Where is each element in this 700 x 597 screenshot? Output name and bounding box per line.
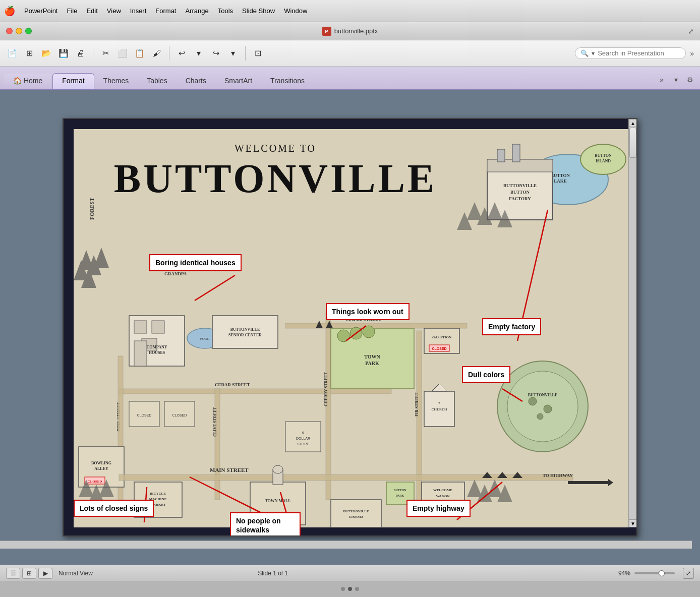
search-input[interactable] bbox=[598, 49, 678, 57]
menu-tools[interactable]: Tools bbox=[214, 6, 237, 16]
tab-themes[interactable]: Themes bbox=[94, 74, 138, 89]
app-icon: P bbox=[322, 27, 331, 36]
svg-text:BUTTONVILLE: BUTTONVILLE bbox=[343, 509, 369, 513]
scroll-down-arrow[interactable]: ▼ bbox=[629, 519, 637, 527]
apple-menu[interactable]: 🍎 bbox=[4, 6, 15, 17]
format-painter-button[interactable]: 🖌 bbox=[149, 45, 165, 62]
tab-tables[interactable]: Tables bbox=[138, 74, 176, 89]
normal-view-button[interactable]: ☰ bbox=[6, 568, 20, 579]
callout-empty-factory[interactable]: Empty factory bbox=[482, 318, 541, 335]
callout-closed-text: Lots of closed signs bbox=[80, 504, 148, 512]
ribbon-settings-button[interactable]: ⚙ bbox=[684, 74, 696, 86]
menu-window[interactable]: Window bbox=[280, 6, 311, 16]
tab-tables-label: Tables bbox=[147, 77, 167, 85]
layout-button[interactable]: ⊡ bbox=[250, 45, 266, 62]
copy-button[interactable]: ⬜ bbox=[114, 45, 131, 62]
zoom-slider[interactable] bbox=[634, 572, 675, 574]
zoom-thumb[interactable] bbox=[659, 570, 665, 576]
svg-text:CLOSED: CLOSED bbox=[432, 347, 446, 350]
save-button[interactable]: 💾 bbox=[55, 45, 72, 62]
svg-text:BUTTONVILLE: BUTTONVILLE bbox=[230, 327, 260, 332]
tab-format-label: Format bbox=[62, 77, 84, 85]
menu-powerpoint[interactable]: PowerPoint bbox=[20, 6, 62, 16]
svg-text:WELCOME TO: WELCOME TO bbox=[235, 143, 316, 154]
svg-text:BUTTONVILLE: BUTTONVILLE bbox=[114, 156, 437, 201]
paste-button[interactable]: 📋 bbox=[132, 45, 148, 62]
presenter-view-button[interactable]: ▶ bbox=[38, 568, 52, 579]
svg-text:$: $ bbox=[302, 431, 305, 435]
callout-no-people[interactable]: No people on sidewalks bbox=[230, 512, 301, 536]
callout-empty-highway[interactable]: Empty highway bbox=[406, 500, 471, 517]
callout-boring-houses[interactable]: Boring identical houses bbox=[149, 254, 242, 271]
dot-3 bbox=[355, 587, 359, 591]
undo-button[interactable]: ↩ bbox=[173, 45, 190, 62]
tab-transitions[interactable]: Transitions bbox=[261, 74, 314, 89]
menu-insert[interactable]: Insert bbox=[126, 6, 151, 16]
grid-view-button[interactable]: ⊞ bbox=[22, 568, 36, 579]
tab-charts[interactable]: Charts bbox=[177, 74, 215, 89]
svg-point-102 bbox=[544, 405, 552, 413]
undo-dropdown[interactable]: ▾ bbox=[191, 45, 207, 62]
open-button[interactable]: 📂 bbox=[38, 45, 54, 62]
scroll-thumb[interactable] bbox=[629, 128, 636, 158]
toolbar-separator-2 bbox=[169, 46, 169, 61]
svg-text:CHERRY STREET: CHERRY STREET bbox=[324, 372, 328, 406]
map-background: BUTTON LAKE BUTTON ISLAND BUTTONVILLE BU… bbox=[64, 119, 637, 536]
svg-text:BUTTON: BUTTON bbox=[551, 173, 570, 178]
svg-point-75 bbox=[273, 465, 283, 473]
minimize-button[interactable] bbox=[16, 28, 22, 34]
slide-canvas[interactable]: BUTTON LAKE BUTTON ISLAND BUTTONVILLE BU… bbox=[63, 118, 637, 536]
svg-text:MAIN STREET: MAIN STREET bbox=[210, 467, 249, 473]
tab-home[interactable]: 🏠 Home bbox=[4, 74, 51, 89]
callout-worn-text: Things look worn out bbox=[332, 308, 403, 316]
svg-text:BUTTON: BUTTON bbox=[510, 190, 530, 195]
menu-file[interactable]: File bbox=[63, 6, 81, 16]
toolbar-edit-group: ✂ ⬜ 📋 🖌 bbox=[97, 45, 165, 62]
menu-arrange[interactable]: Arrange bbox=[181, 6, 212, 16]
callout-dull-text: Dull colors bbox=[468, 371, 504, 379]
svg-text:TOWN MALL: TOWN MALL bbox=[265, 499, 290, 503]
redo-dropdown[interactable]: ▾ bbox=[225, 45, 241, 62]
svg-rect-39 bbox=[118, 356, 123, 512]
svg-point-61 bbox=[350, 327, 362, 339]
callout-closed-signs[interactable]: Lots of closed signs bbox=[74, 500, 154, 517]
print-button[interactable]: 🖨 bbox=[73, 45, 89, 62]
cut-button[interactable]: ✂ bbox=[97, 45, 113, 62]
toolbar-file-group: 📄 ⊞ 📂 💾 🖨 bbox=[4, 45, 89, 62]
new-button[interactable]: 📄 bbox=[4, 45, 20, 62]
svg-rect-77 bbox=[331, 500, 381, 527]
maximize-button[interactable] bbox=[25, 28, 32, 34]
search-dropdown[interactable]: ▾ bbox=[592, 50, 595, 57]
svg-text:POOL: POOL bbox=[200, 337, 209, 341]
window-title: P buttonville.pptx bbox=[322, 27, 378, 36]
menu-view[interactable]: View bbox=[103, 6, 125, 16]
scroll-up-arrow[interactable]: ▲ bbox=[629, 119, 637, 127]
toolbar-overflow[interactable]: » bbox=[688, 47, 696, 59]
ribbon-dropdown-button[interactable]: ▾ bbox=[670, 74, 682, 86]
ribbon-more-button[interactable]: » bbox=[656, 74, 668, 86]
svg-text:LAKE: LAKE bbox=[554, 178, 567, 184]
tab-home-label: Home bbox=[24, 77, 42, 85]
svg-text:CLOSED: CLOSED bbox=[88, 480, 102, 484]
svg-text:CLIVE STREET: CLIVE STREET bbox=[213, 406, 217, 437]
svg-text:FIR STREET: FIR STREET bbox=[415, 392, 419, 416]
svg-text:COMPANY: COMPANY bbox=[146, 345, 167, 349]
callout-worn-out[interactable]: Things look worn out bbox=[326, 303, 410, 320]
ribbon: 🏠 Home Format Themes Tables Charts Smart… bbox=[0, 67, 700, 90]
tab-smartart[interactable]: SmartArt bbox=[215, 74, 261, 89]
menu-format[interactable]: Format bbox=[151, 6, 180, 16]
fullscreen-button[interactable]: ⤢ bbox=[683, 568, 694, 579]
close-button[interactable] bbox=[6, 28, 13, 34]
vertical-scrollbar[interactable]: ▲ ▼ bbox=[628, 119, 636, 527]
callout-dull-colors[interactable]: Dull colors bbox=[462, 366, 510, 383]
redo-button[interactable]: ↪ bbox=[208, 45, 224, 62]
horizontal-scrollbar[interactable] bbox=[0, 541, 692, 549]
tab-format[interactable]: Format bbox=[52, 73, 94, 89]
svg-text:DOLLAR: DOLLAR bbox=[296, 437, 310, 440]
expand-button[interactable]: ⤢ bbox=[688, 27, 694, 35]
svg-rect-56 bbox=[285, 323, 467, 328]
grid-view-button[interactable]: ⊞ bbox=[21, 45, 37, 62]
callout-highway-text: Empty highway bbox=[413, 504, 464, 512]
menu-slideshow[interactable]: Slide Show bbox=[238, 6, 279, 16]
menu-edit[interactable]: Edit bbox=[82, 6, 101, 16]
